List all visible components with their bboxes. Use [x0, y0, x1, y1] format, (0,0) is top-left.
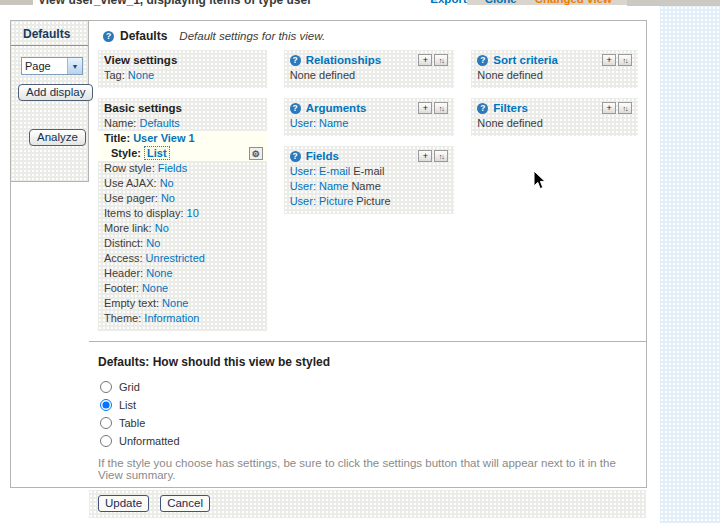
relationships-empty: None defined [290, 68, 449, 83]
style-option-grid[interactable]: Grid [98, 378, 636, 396]
setting-row-footer: Footer: None [104, 281, 261, 296]
setting-value-link[interactable]: 10 [187, 207, 199, 219]
view-title: View user_view_1, displaying items of ty… [38, 0, 312, 7]
fields-box: ? Fields + ↑↓ User: E-mail E-mail User: … [284, 146, 455, 214]
setting-row-header: Header: None [104, 266, 261, 281]
rearrange-icon[interactable]: ↑↓ [618, 54, 632, 66]
sort-criteria-empty: None defined [477, 68, 632, 83]
field-link[interactable]: User: Name [290, 180, 349, 192]
arguments-title-link[interactable]: Arguments [306, 102, 367, 114]
setting-label: Name: [104, 117, 136, 129]
page-header-clipped: View user_view_1, displaying items of ty… [0, 0, 658, 9]
help-icon[interactable]: ? [103, 31, 114, 42]
field-item: User: Picture Picture [290, 194, 449, 209]
export-link[interactable]: Export [430, 0, 466, 5]
basic-settings-box: Basic settings Name: Defaults Title: Use… [98, 98, 267, 331]
setting-value-link[interactable]: No [161, 192, 175, 204]
setting-label: Items to display: [104, 207, 183, 219]
add-icon[interactable]: + [418, 150, 432, 162]
filters-title-link[interactable]: Filters [493, 102, 528, 114]
style-radio-grid[interactable] [100, 381, 112, 393]
setting-value-link[interactable]: List [144, 146, 170, 160]
setting-value-link[interactable]: Unrestricted [146, 252, 205, 264]
setting-label: Use AJAX: [104, 177, 157, 189]
style-radio-list[interactable] [100, 399, 112, 411]
setting-label: Row style: [104, 162, 155, 174]
cancel-button[interactable]: Cancel [160, 495, 210, 512]
setting-row-style: Style: List ⚙ [98, 146, 267, 161]
setting-value-link[interactable]: User View 1 [133, 132, 195, 144]
setting-value-link[interactable]: None [128, 69, 154, 81]
help-icon[interactable]: ? [477, 55, 488, 66]
style-radio-unformatted[interactable] [100, 435, 112, 447]
setting-label: Style: [111, 147, 141, 159]
style-option-table[interactable]: Table [98, 414, 636, 432]
add-icon[interactable]: + [602, 54, 616, 66]
relationships-box: ? Relationships + ↑↓ None defined [284, 50, 455, 88]
setting-row-use-pager: Use pager: No [104, 191, 261, 206]
relationships-title-link[interactable]: Relationships [306, 54, 381, 66]
setting-value-link[interactable]: None [142, 282, 168, 294]
display-subtitle: Default settings for this view. [179, 30, 325, 42]
arguments-box: ? Arguments + ↑↓ User: Name [284, 98, 455, 136]
view-action-links: Export Clone Changed view [430, 0, 612, 5]
rearrange-icon[interactable]: ↑↓ [434, 54, 448, 66]
display-type-selector[interactable]: Page [21, 57, 83, 75]
setting-label: Title: [104, 132, 130, 144]
setting-value-link[interactable]: No [160, 177, 174, 189]
style-option-list[interactable]: List [98, 396, 636, 414]
field-item: User: E-mail E-mail [290, 164, 449, 179]
argument-link[interactable]: User: Name [290, 117, 349, 129]
display-header: ? Defaults Default settings for this vie… [89, 21, 646, 47]
form-buttons-row: Update Cancel [89, 490, 646, 518]
setting-row-theme: Theme: Information [104, 311, 261, 326]
rearrange-icon[interactable]: ↑↓ [434, 102, 448, 114]
field-link[interactable]: User: E-mail [290, 165, 351, 177]
add-icon[interactable]: + [418, 102, 432, 114]
setting-value-link[interactable]: None [162, 297, 188, 309]
help-icon[interactable]: ? [290, 103, 301, 114]
rearrange-icon[interactable]: ↑↓ [618, 102, 632, 114]
clone-link[interactable]: Clone [485, 0, 517, 5]
setting-value-link[interactable]: Defaults [139, 117, 179, 129]
analyze-button[interactable]: Analyze [29, 129, 86, 146]
style-radio-table[interactable] [100, 417, 112, 429]
form-heading: Defaults: How should this view be styled [98, 355, 636, 369]
fields-title-link[interactable]: Fields [306, 150, 339, 162]
changed-view-link[interactable]: Changed view [535, 0, 612, 5]
setting-row-access: Access: Unrestricted [104, 251, 261, 266]
sort-criteria-title-link[interactable]: Sort criteria [493, 54, 558, 66]
display-tabs-column: Defaults Page ▼ Add display Analyze [11, 21, 89, 182]
add-icon[interactable]: + [418, 54, 432, 66]
setting-label: Footer: [104, 282, 139, 294]
setting-row-items-to-display: Items to display: 10 [104, 206, 261, 221]
summary-column-1: View settings Tag: None Basic settings N… [98, 50, 267, 341]
field-link[interactable]: User: Picture [290, 195, 354, 207]
help-icon[interactable]: ? [290, 151, 301, 162]
style-option-label: Grid [119, 381, 140, 393]
add-icon[interactable]: + [602, 102, 616, 114]
update-button[interactable]: Update [98, 495, 149, 512]
field-item: User: Name Name [290, 179, 449, 194]
style-settings-gear-icon[interactable]: ⚙ [249, 147, 263, 160]
view-settings-box: View settings Tag: None [98, 50, 267, 88]
views-editor: Defaults Page ▼ Add display Analyze ? De… [10, 20, 647, 488]
setting-value-link[interactable]: Information [144, 312, 199, 324]
setting-value-link[interactable]: None [146, 267, 172, 279]
setting-value-link[interactable]: No [155, 222, 169, 234]
help-icon[interactable]: ? [290, 55, 301, 66]
style-option-unformatted[interactable]: Unformatted [98, 432, 636, 450]
setting-label: Use pager: [104, 192, 158, 204]
basic-settings-title: Basic settings [104, 102, 182, 114]
setting-value-link[interactable]: No [146, 237, 160, 249]
add-display-button[interactable]: Add display [18, 84, 93, 101]
tab-defaults[interactable]: Defaults [11, 21, 88, 46]
help-icon[interactable]: ? [477, 103, 488, 114]
display-title: Defaults [120, 29, 167, 43]
setting-label: Empty text: [104, 297, 159, 309]
setting-value-link[interactable]: Fields [158, 162, 187, 174]
setting-row-name: Name: Defaults [104, 116, 261, 131]
rearrange-icon[interactable]: ↑↓ [434, 150, 448, 162]
field-label: E-mail [353, 165, 384, 177]
style-option-label: Table [119, 417, 145, 429]
